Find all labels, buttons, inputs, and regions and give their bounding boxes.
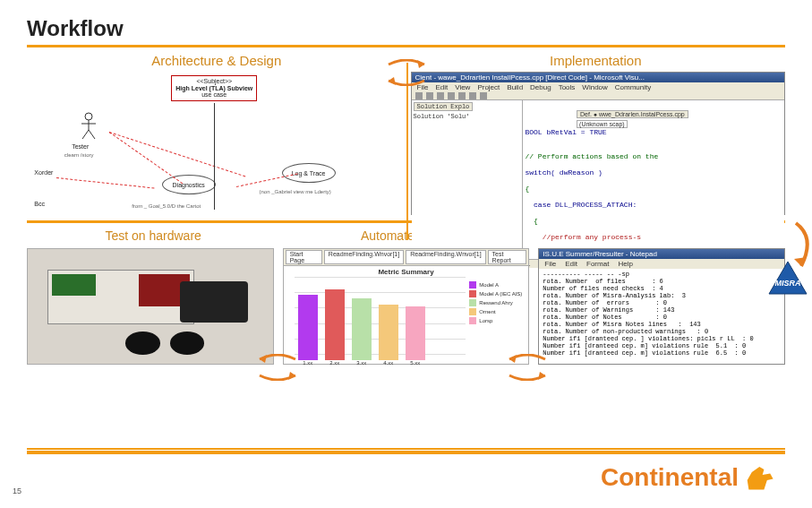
page-number: 15 xyxy=(13,486,21,495)
chart-x-label: 2.xx xyxy=(329,360,339,366)
ide-menu-item[interactable]: Window xyxy=(582,83,607,91)
legend-label: Ressend Ahry xyxy=(479,300,512,306)
ide-tree-item[interactable]: Solution 'Solu' xyxy=(414,113,521,120)
chart-tab[interactable]: Test Report xyxy=(488,250,527,264)
toolbar-icon[interactable] xyxy=(426,92,433,99)
chart-tab[interactable]: ReadmeFinding.Wnvor[1] xyxy=(324,250,404,264)
chart-legend: Model AModel A (IEC AIS)Ressend AhryOrne… xyxy=(466,278,528,364)
chart-tab[interactable]: ReadmeFinding.Wnvor[1] xyxy=(406,250,485,264)
svg-marker-9 xyxy=(288,372,295,380)
ide-editor: Def. ● wwe_Ddrarlen.InstalPcess.cpp (Unk… xyxy=(523,100,784,259)
notepad-menu-item[interactable]: File xyxy=(544,260,556,268)
legend-swatch xyxy=(469,290,476,297)
uml-edge xyxy=(109,132,245,177)
hw-knob xyxy=(125,331,159,355)
chart-bar: 5.xx xyxy=(406,306,425,360)
chart-tabs: Start Page ReadmeFinding.Wnvor[1] Readme… xyxy=(284,249,529,266)
uml-pkg-l3: use case xyxy=(175,91,252,99)
uml-edge xyxy=(56,177,155,188)
ide-menu-item[interactable]: Edit xyxy=(435,83,448,91)
toolbar-icon[interactable] xyxy=(415,92,423,99)
chart-x-label: 4.xx xyxy=(383,360,393,366)
ide-code-line: // Perform actions based on the xyxy=(525,152,782,160)
usecase-diagnostics: Diagnostics xyxy=(162,175,216,194)
hardware-photo xyxy=(27,248,274,365)
uml-edge xyxy=(109,132,183,184)
brand-text: Continental xyxy=(601,463,739,492)
toolbar-icon[interactable] xyxy=(469,92,476,99)
footer-rule xyxy=(27,451,785,454)
svg-point-0 xyxy=(85,113,92,120)
legend-swatch xyxy=(469,317,476,324)
svg-line-4 xyxy=(89,130,95,139)
ide-menu-item[interactable]: Community xyxy=(615,83,651,91)
actor-xorder-label: Xorder xyxy=(34,169,53,176)
legend-item: Lorsp xyxy=(469,317,525,324)
uml-note-3: (non _Gabriel view me Lderty) xyxy=(259,189,330,194)
notepad-menubar: File Edit Format Help xyxy=(539,259,784,269)
actor-icon xyxy=(80,112,98,141)
legend-swatch xyxy=(469,308,476,315)
label-implementation: Implementation xyxy=(406,53,786,68)
legend-item: Ornent xyxy=(469,308,525,315)
actor-tester-label: Tester xyxy=(72,143,89,150)
ide-solution-tree: Solution Explo Solution 'Solu' xyxy=(412,100,524,259)
ide-code-line: BOOL bRetVal = TRUE xyxy=(525,128,782,136)
label-arch-design: Architecture & Design xyxy=(27,53,406,68)
legend-item: Model A (IEC AIS) xyxy=(469,290,525,297)
uml-package: <<Subject>> High Level (TLA) Subview use… xyxy=(171,75,257,101)
toolbar-icon[interactable] xyxy=(458,92,466,99)
notepad-menu-item[interactable]: Help xyxy=(618,260,632,268)
ide-menu-item[interactable]: Debug xyxy=(530,83,551,91)
legend-label: Ornent xyxy=(479,309,495,314)
notepad-menu-item[interactable]: Format xyxy=(586,260,609,268)
uml-note-2: from _ Goal_5.0/D the Cartot xyxy=(132,203,201,209)
legend-label: Lorsp xyxy=(479,318,492,323)
chart-x-label: 3.xx xyxy=(356,360,366,366)
uml-vline xyxy=(214,103,215,209)
chart-bar: 3.xx xyxy=(352,298,372,360)
chart-bar: 1.xx xyxy=(298,295,318,360)
misra-badge: MISRA xyxy=(767,260,808,296)
legend-item: Ressend Ahry xyxy=(469,299,525,306)
uml-diagram-panel: <<Subject>> High Level (TLA) Subview use… xyxy=(27,72,402,215)
ide-code-line: case DLL_PROCESS_ATTACH: xyxy=(525,201,782,209)
chart-x-label: 1.xx xyxy=(303,360,312,366)
hw-board xyxy=(47,270,194,324)
slide-title: Workflow xyxy=(27,16,785,41)
ide-toolbar xyxy=(412,92,785,100)
svg-marker-12 xyxy=(769,262,807,294)
toolbar-icon[interactable] xyxy=(480,92,487,99)
ide-menu-item[interactable]: Tools xyxy=(559,83,576,91)
notepad-text: ---------- ----- -- -sp rota. Number of … xyxy=(539,269,784,364)
toolbar-icon[interactable] xyxy=(437,92,444,99)
hw-device xyxy=(180,281,249,323)
notepad-menu-item[interactable]: Edit xyxy=(565,260,577,268)
ide-tree-tab[interactable]: Solution Explo xyxy=(414,102,474,111)
legend-item: Model A xyxy=(469,281,525,288)
vertical-divider xyxy=(406,63,408,240)
uml-pkg-l1: <<Subject>> xyxy=(175,78,252,85)
chart-title: Metric Summary xyxy=(284,266,529,278)
hw-knob xyxy=(170,331,204,355)
ide-menu-item[interactable]: Project xyxy=(477,83,500,91)
brand-logo: Continental xyxy=(601,463,776,492)
legend-swatch xyxy=(469,281,476,288)
svg-line-3 xyxy=(82,130,89,139)
actor-bcc-label: Bcc xyxy=(34,201,45,207)
chart-tab[interactable]: Start Page xyxy=(286,250,322,264)
notepad-panel: IS.U.E Summer/Rresulter - Notepad File E… xyxy=(538,248,785,365)
horse-icon xyxy=(746,464,776,491)
ide-menu-item[interactable]: File xyxy=(417,83,429,91)
ide-panel: Cient - wawe_Ddrartlen InstallPcess.cpp … xyxy=(411,72,786,215)
ide-menu-item[interactable]: Build xyxy=(507,83,523,91)
legend-swatch xyxy=(469,299,476,306)
ide-code-line: { xyxy=(525,185,782,193)
svg-marker-11 xyxy=(538,372,545,380)
toolbar-icon[interactable] xyxy=(448,92,455,99)
ide-editor-tab[interactable]: Def. ● wwe_Ddrarlen.InstalPcess.cpp xyxy=(577,110,688,118)
usecase-log-trace: Log & Trace xyxy=(282,163,336,183)
ide-dropdown[interactable]: (Unknown scap) xyxy=(577,120,628,128)
ide-menu-item[interactable]: View xyxy=(455,83,470,91)
ide-menubar: File Edit View Project Build Debug Tools… xyxy=(412,82,785,92)
